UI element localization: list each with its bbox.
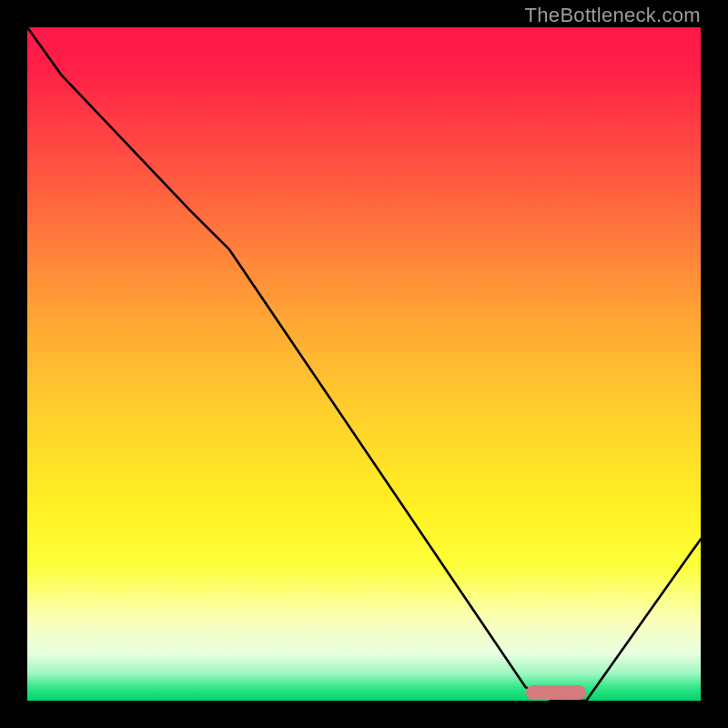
watermark-text: TheBottleneck.com xyxy=(525,4,701,27)
optimum-marker xyxy=(526,685,587,700)
chart-frame: TheBottleneck.com xyxy=(0,0,728,728)
curve-svg xyxy=(27,27,701,701)
plot-area xyxy=(27,27,701,701)
curve-path xyxy=(27,27,701,701)
